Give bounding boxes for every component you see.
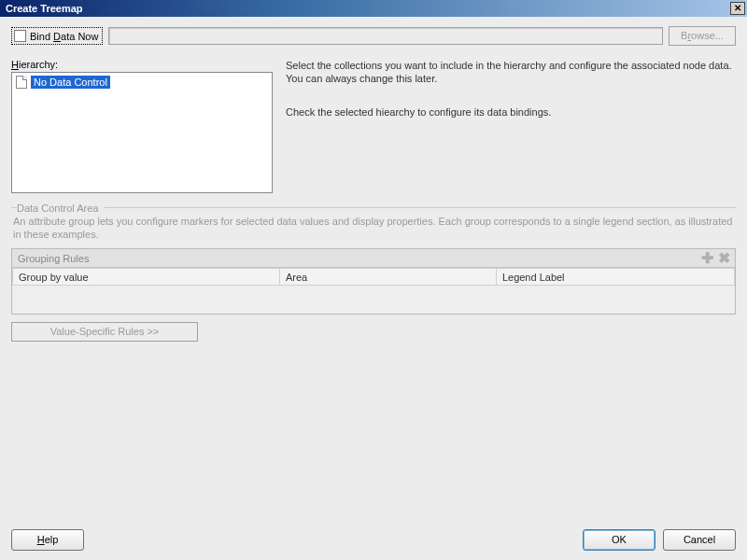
- cancel-button[interactable]: Cancel: [663, 529, 736, 551]
- data-path-input: [108, 27, 663, 45]
- tree-item[interactable]: No Data Control: [14, 75, 270, 90]
- hierarchy-tree[interactable]: No Data Control: [11, 72, 273, 193]
- col-area[interactable]: Area: [280, 269, 497, 286]
- grouping-rules-header: Grouping Rules ✚ ✖: [12, 249, 735, 268]
- grouping-header-icons: ✚ ✖: [699, 251, 731, 266]
- help-button[interactable]: Help: [11, 529, 84, 551]
- mid-section: Hierarchy: No Data Control Select the co…: [0, 53, 747, 199]
- divider: [11, 207, 736, 208]
- hierarchy-column: Hierarchy: No Data Control: [11, 53, 273, 193]
- attribute-group-description: An attribute group lets you configure ma…: [0, 215, 747, 248]
- grouping-rules-table: Group by value Area Legend Label: [12, 268, 735, 286]
- title-text: Create Treemap: [6, 3, 83, 14]
- ok-button[interactable]: OK: [583, 529, 655, 551]
- data-control-area-legend: Data Control Area: [17, 203, 736, 214]
- bind-data-now-checkbox[interactable]: Bind Data Now: [11, 27, 103, 45]
- info-text-1: Select the collections you want to inclu…: [286, 59, 736, 85]
- grouping-rules-panel: Grouping Rules ✚ ✖ Group by value Area L…: [11, 248, 736, 315]
- document-icon: [16, 76, 27, 89]
- dialog-body: Bind Data Now Browse... Hierarchy: No Da…: [0, 17, 747, 560]
- close-icon[interactable]: ✕: [730, 2, 745, 15]
- grouping-rules-title: Grouping Rules: [18, 253, 89, 264]
- add-icon: ✚: [699, 251, 714, 266]
- browse-button: Browse...: [669, 26, 736, 46]
- col-group-by-value[interactable]: Group by value: [13, 269, 280, 286]
- tree-item-label: No Data Control: [31, 76, 110, 89]
- titlebar: Create Treemap ✕: [0, 0, 747, 17]
- grouping-rules-body[interactable]: [12, 286, 735, 314]
- info-column: Select the collections you want to inclu…: [286, 53, 736, 193]
- hierarchy-label: Hierarchy:: [11, 59, 273, 70]
- button-bar: Help OK Cancel: [11, 529, 736, 551]
- col-legend-label[interactable]: Legend Label: [496, 269, 734, 286]
- checkbox-box-icon: [14, 30, 26, 42]
- value-specific-rules-button: Value-Specific Rules >>: [11, 322, 198, 342]
- top-row: Bind Data Now Browse...: [0, 17, 747, 53]
- bind-data-now-label: Bind Data Now: [30, 31, 100, 42]
- delete-icon: ✖: [716, 251, 731, 266]
- info-text-2: Check the selected hiearchy to configure…: [286, 105, 736, 119]
